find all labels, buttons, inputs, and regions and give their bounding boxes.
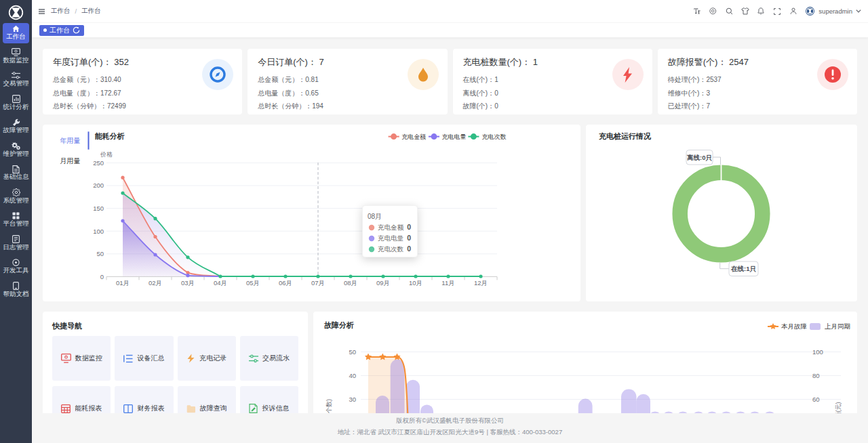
svg-text:本月故障: 本月故障 [781, 322, 807, 330]
svg-text:充电电量: 充电电量 [442, 133, 467, 140]
svg-text:12月: 12月 [474, 279, 488, 287]
svg-text:07月: 07月 [311, 279, 325, 287]
svg-text:故障分析: 故障分析 [324, 320, 354, 329]
svg-text:50: 50 [349, 348, 356, 356]
svg-text:200: 200 [93, 182, 104, 189]
svg-text:0: 0 [407, 245, 411, 253]
svg-text:充电桩运行情况: 充电桩运行情况 [598, 132, 652, 140]
svg-text:04月: 04月 [214, 279, 227, 287]
svg-text:充电金额: 充电金额 [378, 224, 404, 231]
svg-text:能耗分析: 能耗分析 [95, 132, 125, 140]
svg-text:0: 0 [407, 223, 411, 231]
svg-text:在线:1只: 在线:1只 [730, 265, 756, 272]
svg-text:价格: 价格 [100, 151, 113, 158]
svg-text:年用量: 年用量 [60, 137, 81, 144]
svg-text:0: 0 [407, 234, 411, 242]
svg-text:100: 100 [812, 348, 823, 356]
svg-text:150: 150 [93, 205, 104, 212]
svg-text:08月: 08月 [344, 279, 357, 287]
svg-text:03月: 03月 [181, 279, 195, 287]
svg-text:06月: 06月 [279, 279, 292, 287]
svg-text:30: 30 [349, 396, 356, 403]
svg-text:100: 100 [93, 228, 104, 235]
svg-text:60: 60 [812, 396, 820, 403]
svg-text:80: 80 [812, 372, 820, 379]
svg-text:充电次数: 充电次数 [482, 133, 507, 140]
svg-text:05月: 05月 [246, 279, 260, 287]
svg-text:11月: 11月 [441, 279, 454, 287]
svg-text:40: 40 [349, 372, 356, 379]
svg-text:250: 250 [93, 159, 104, 167]
svg-text:充电金额: 充电金额 [401, 133, 426, 140]
svg-text:离线:0只: 离线:0只 [686, 154, 712, 161]
svg-text:02月: 02月 [149, 279, 162, 287]
svg-text:08月: 08月 [368, 213, 382, 220]
svg-text:50: 50 [96, 250, 104, 257]
svg-text:充电电量: 充电电量 [378, 234, 404, 242]
svg-text:10月: 10月 [409, 279, 422, 287]
svg-text:01月: 01月 [116, 279, 130, 287]
svg-text:0: 0 [100, 273, 104, 280]
svg-text:上月同期: 上月同期 [825, 322, 850, 330]
svg-text:月用量: 月用量 [60, 157, 81, 165]
svg-text:充电次数: 充电次数 [378, 245, 404, 253]
svg-text:09月: 09月 [376, 279, 390, 287]
